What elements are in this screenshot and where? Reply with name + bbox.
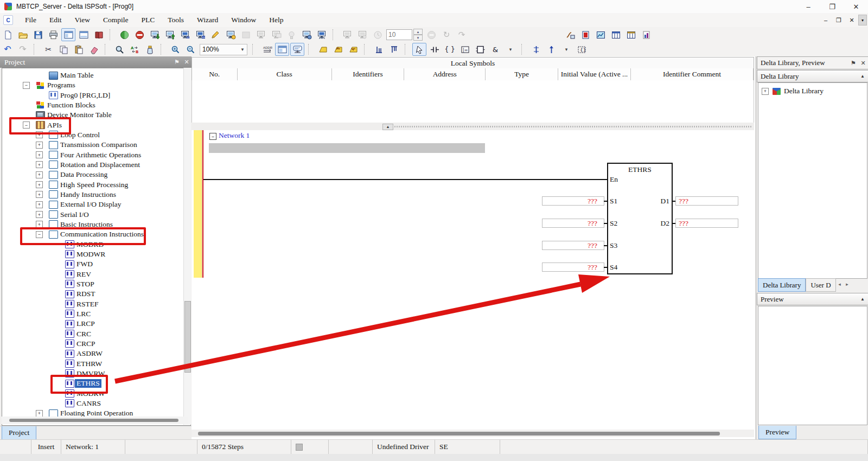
ladder-up-icon[interactable] [372, 43, 386, 56]
operand-output-d1[interactable]: ??? [675, 196, 738, 206]
operand-input-s2[interactable]: ??? [542, 219, 604, 228]
tree-item-crcp[interactable]: CRCP [2, 339, 189, 349]
tree-item-apis[interactable]: −APIs [2, 120, 189, 130]
new-file-icon[interactable] [1, 28, 15, 41]
zoom-in-icon[interactable] [168, 43, 182, 56]
expand-icon[interactable]: + [36, 410, 43, 417]
refresh-sim-icon[interactable]: ↻ [439, 28, 454, 41]
open-project-icon[interactable] [16, 28, 30, 41]
sample-clock-icon[interactable] [371, 28, 385, 41]
print-icon[interactable] [46, 28, 60, 41]
tree-item-prog0-prg-ld-[interactable]: Prog0 [PRG,LD] [2, 91, 189, 100]
tree-item-asdrw[interactable]: ASDRW [2, 349, 189, 358]
tree-item-rotation-and-displacement[interactable]: +Rotation and Displacement [2, 160, 189, 170]
tree-vertical-scrollbar[interactable] [183, 68, 191, 425]
network-label[interactable]: Network 1 [219, 131, 250, 140]
tab-delta-library[interactable]: Delta Library [758, 278, 806, 292]
copy-icon[interactable] [56, 43, 71, 56]
scrollbar-thumb[interactable] [9, 419, 178, 422]
set-on-icon[interactable] [340, 28, 354, 41]
network-add-icon[interactable] [316, 43, 330, 56]
column-header-no-[interactable]: No. [192, 68, 238, 80]
device-table-2-icon[interactable] [624, 28, 638, 41]
network-collapse-icon[interactable]: − [209, 133, 216, 140]
tree-item-high-speed-processing[interactable]: +High Speed Processing [2, 180, 189, 190]
tree-item-programs[interactable]: −Programs [2, 80, 189, 90]
zoom-level-combo[interactable]: 100%▼ [200, 44, 247, 55]
expand-icon[interactable]: + [762, 88, 769, 95]
tree-item-dmvrw[interactable]: DMVRW [2, 369, 189, 379]
download-to-plc-icon[interactable] [148, 28, 162, 41]
expand-icon[interactable]: − [23, 121, 30, 129]
help-book-icon[interactable] [92, 28, 106, 41]
minimize-button[interactable]: – [796, 0, 820, 13]
expand-icon[interactable]: + [36, 211, 43, 218]
vline-tool-icon[interactable] [529, 43, 543, 56]
vline-up-tool-icon[interactable] [544, 43, 558, 56]
ladder-down-icon[interactable] [387, 43, 401, 56]
menu-help[interactable]: Help [263, 14, 290, 26]
close-icon[interactable]: ✕ [182, 59, 192, 66]
symbols-ladder-splitter[interactable]: ▲ [192, 123, 754, 130]
redo-icon[interactable]: ↷ [16, 43, 30, 56]
column-header-type[interactable]: Type [486, 68, 558, 80]
column-header-identifier-comment[interactable]: Identifier Comment [631, 68, 754, 80]
status-bulb-icon[interactable] [284, 28, 298, 41]
tree-item-function-blocks[interactable]: Function Blocks [2, 100, 189, 110]
tree-item-serial-i-o[interactable]: +Serial I/O [2, 210, 189, 220]
preview-section-bar[interactable]: Preview ▲ [757, 293, 868, 305]
restore-button[interactable]: ❐ [820, 0, 844, 13]
upload-from-plc-icon[interactable] [163, 28, 177, 41]
menu-plc[interactable]: PLC [135, 14, 161, 26]
tree-item-four-arithmetic-operations[interactable]: +Four Arithmetic Operations [2, 150, 189, 160]
menu-file[interactable]: File [18, 14, 43, 26]
tree-item-lrcp[interactable]: LRCP [2, 319, 189, 329]
tab-scroll-left-icon[interactable]: ◂ [836, 278, 844, 290]
offline-mode-icon[interactable] [132, 28, 146, 41]
network-config-icon[interactable] [315, 28, 329, 41]
mdi-restore-button[interactable]: ❐ [832, 17, 845, 24]
find-replace-icon[interactable]: AB [127, 43, 142, 56]
eraser-icon[interactable] [87, 43, 101, 56]
menu-wizard[interactable]: Wizard [190, 14, 225, 26]
spin-down-icon[interactable]: ▼ [413, 35, 423, 41]
tree-item-delta-library[interactable]: Delta Library [782, 87, 825, 95]
operand-input-s3[interactable]: ??? [542, 241, 604, 250]
tree-item-data-processing[interactable]: +Data Processing [2, 170, 189, 180]
symbol-flask-icon[interactable] [143, 43, 157, 56]
tree-item-canrs[interactable]: CANRS [2, 399, 189, 408]
ladder-horizontal-scrollbar[interactable] [192, 430, 754, 437]
output-window-icon[interactable] [76, 28, 91, 41]
ladder-editor[interactable]: − Network 1 ETHRS EnS1S2S3S4D1D2 ???????… [192, 130, 754, 428]
network-margin[interactable] [194, 130, 202, 278]
operand-input-s1[interactable]: ??? [542, 196, 604, 206]
tab-project[interactable]: Project [2, 426, 36, 440]
pulse-count-spinner[interactable]: ▲▼ [386, 29, 423, 41]
scrollbar-thumb[interactable] [184, 301, 191, 373]
initial-table-icon[interactable] [578, 28, 592, 41]
tree-item-handy-instructions[interactable]: +Handy Instructions [2, 190, 189, 200]
column-header-class[interactable]: Class [238, 68, 332, 80]
and-tool-icon[interactable]: & [488, 43, 502, 56]
mdi-close-button[interactable]: ✕ [845, 17, 858, 24]
tree-item-ethrw[interactable]: ETHRW [2, 359, 189, 369]
pc-connect-download-icon[interactable] [178, 28, 192, 41]
toolbar-overflow-chevron[interactable]: ▾ [858, 15, 867, 25]
network-insert-below-icon[interactable] [346, 43, 360, 56]
monitor-table-icon[interactable] [563, 28, 577, 41]
select-tool-icon[interactable] [412, 43, 426, 56]
step-sim-icon[interactable]: ↷ [455, 28, 469, 41]
operand-input-s4[interactable]: ??? [542, 262, 604, 272]
tab-preview[interactable]: Preview [758, 426, 796, 439]
operand-output-d2[interactable]: ??? [675, 219, 738, 228]
device-table-1-icon[interactable] [609, 28, 623, 41]
tree-item-modrw[interactable]: MODRW [2, 389, 189, 399]
expand-icon[interactable]: + [36, 161, 43, 168]
tree-item-crc[interactable]: CRC [2, 329, 189, 339]
mdi-minimize-button[interactable]: – [819, 17, 832, 23]
tree-item-rdst[interactable]: RDST [2, 289, 189, 299]
zoom-out-icon[interactable] [183, 43, 197, 56]
find-icon[interactable] [112, 43, 126, 56]
tree-item-modwr[interactable]: MODWR [2, 249, 189, 259]
tab-user-defined[interactable]: User D [806, 278, 835, 292]
